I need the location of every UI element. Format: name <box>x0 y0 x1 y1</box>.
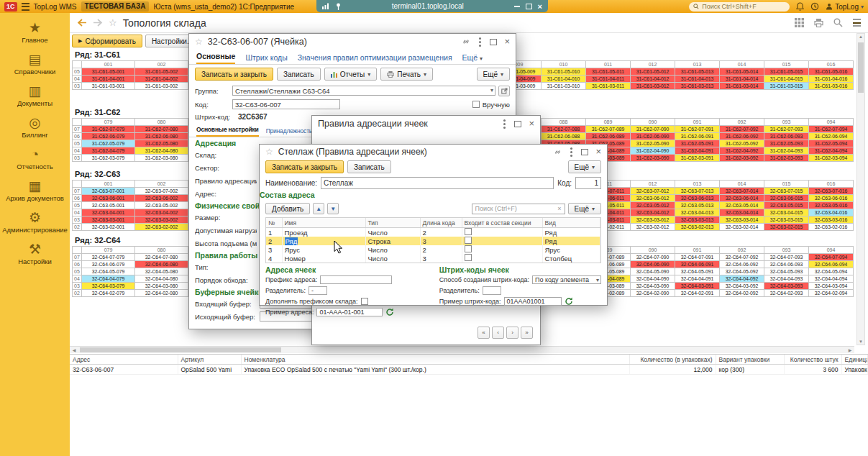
move-down-icon[interactable]: ▼ <box>327 203 339 214</box>
topology-cell[interactable]: 31-С61-03-014 <box>720 83 764 90</box>
rule-cell-type[interactable]: Число <box>365 228 420 237</box>
topology-cell[interactable]: 31-С62-04-079 <box>82 147 135 155</box>
sidebar-item-administration[interactable]: ⚙Администрирование <box>0 210 70 234</box>
scroll-thumb[interactable] <box>80 347 281 352</box>
save-close-button[interactable]: Записать и закрыть <box>265 160 344 173</box>
topology-cell[interactable]: 31-С62-03-090 <box>631 155 675 162</box>
topology-cell[interactable]: 32-С63-03-013 <box>675 216 720 224</box>
topology-cell[interactable]: 31-С62-03-079 <box>82 155 135 162</box>
topology-cell[interactable]: 32-С64-02-079 <box>82 290 135 297</box>
topology-cell[interactable]: 32-С64-04-094 <box>809 275 854 283</box>
rule-row[interactable]: 1ПроездЧисло2Ряд <box>266 228 600 237</box>
topology-cell[interactable]: 32-С64-02-094 <box>809 290 854 297</box>
topology-cell[interactable]: 32-С64-03-090 <box>631 283 675 290</box>
rule-cell-length[interactable]: 2 <box>420 245 462 254</box>
minimize-icon[interactable] <box>514 6 520 7</box>
rule-row[interactable]: 2РядСтрока3Ряд <box>266 237 600 245</box>
topology-cell[interactable]: 31-С62-05-094 <box>809 140 854 147</box>
refresh-icon[interactable] <box>385 308 394 316</box>
rule-cell-kind[interactable]: Ярус <box>542 245 600 254</box>
topology-cell[interactable]: 31-С62-04-080 <box>135 147 188 155</box>
topology-cell[interactable]: 31-С61-05-001 <box>82 68 135 76</box>
topology-cell[interactable]: 32-С63-04-014 <box>720 209 764 216</box>
topology-cell[interactable]: 32-С64-05-090 <box>631 268 675 275</box>
topology-cell[interactable]: 32-С63-05-016 <box>809 202 854 209</box>
rule-cell-length[interactable]: 3 <box>420 237 462 245</box>
name-input[interactable]: Стеллаж <box>321 177 554 189</box>
topology-cell[interactable]: 31-С62-05-091 <box>675 140 720 147</box>
print-icon[interactable] <box>814 19 823 27</box>
search-icon[interactable] <box>833 18 843 27</box>
rule-row[interactable]: 4НомерЧисло3Столбец <box>266 254 600 263</box>
barcode-method-select[interactable]: По коду элемента <box>532 275 601 284</box>
bottom-col-header[interactable]: Адрес <box>70 355 178 365</box>
open-icon[interactable] <box>498 86 510 96</box>
rule-cell-name[interactable]: Ярус <box>282 245 365 254</box>
tab-more[interactable]: Ещё ▾ <box>462 53 483 64</box>
topology-cell[interactable]: 32-С64-06-091 <box>675 261 720 268</box>
topology-cell[interactable]: 32-С63-06-013 <box>675 195 720 202</box>
topology-cell[interactable]: 32-С63-02-015 <box>764 224 809 231</box>
more-icon[interactable] <box>479 41 481 43</box>
favorite-star-icon[interactable]: ☆ <box>265 147 273 157</box>
more-button[interactable]: Ещё▾ <box>568 203 601 214</box>
rule-cell-length[interactable]: 3 <box>420 254 462 263</box>
separator-input[interactable] <box>483 286 501 295</box>
clear-icon[interactable]: × <box>557 205 561 212</box>
grid-icon[interactable] <box>795 18 804 27</box>
topology-cell[interactable]: 32-С63-02-002 <box>135 224 188 231</box>
topology-cell[interactable]: 32-С63-05-001 <box>82 202 135 209</box>
topology-cell[interactable]: 31-С62-06-089 <box>586 133 631 140</box>
vertical-scrollbar[interactable]: ▲ ▼ <box>856 33 865 345</box>
topology-cell[interactable]: 32-С63-06-015 <box>764 195 809 202</box>
bottom-col-header[interactable]: Артикул <box>178 355 241 365</box>
topology-cell[interactable]: 32-С63-05-015 <box>764 202 809 209</box>
topology-cell[interactable]: 31-С62-07-091 <box>675 126 720 133</box>
rule-cell-type[interactable]: Строка <box>365 237 420 245</box>
topology-cell[interactable]: 32-С64-04-093 <box>764 275 809 283</box>
more-button[interactable]: Ещё▾ <box>568 160 601 173</box>
topology-cell[interactable]: 31-С61-03-002 <box>135 83 188 90</box>
maximize-icon[interactable] <box>581 149 588 155</box>
topology-cell[interactable]: 32-С64-07-090 <box>631 254 675 261</box>
tab-main[interactable]: Основные <box>196 52 235 64</box>
barcode-example-input[interactable]: 01AAA01001 <box>504 297 562 306</box>
topology-cell[interactable]: 32-С64-07-091 <box>675 254 720 261</box>
topology-cell[interactable]: 32-С64-05-094 <box>809 268 854 275</box>
topology-cell[interactable]: 31-С62-07-092 <box>720 126 764 133</box>
topology-cell[interactable]: 32-С63-04-013 <box>675 209 720 216</box>
topology-cell[interactable]: 31-С62-06-079 <box>82 133 135 140</box>
topology-cell[interactable]: 31-С61-03-001 <box>82 83 135 90</box>
sidebar-item-references[interactable]: ▤Справочники <box>0 52 70 76</box>
topology-cell[interactable]: 32-С64-03-080 <box>135 283 188 290</box>
topology-cell[interactable]: 32-С63-02-012 <box>631 224 675 231</box>
add-button[interactable]: Добавить <box>265 203 310 214</box>
topology-cell[interactable]: 31-С61-04-016 <box>809 76 854 83</box>
topology-cell[interactable]: 32-С64-06-094 <box>809 261 854 268</box>
rule-cell-name[interactable]: Ряд <box>282 237 365 245</box>
topology-cell[interactable]: 31-С61-04-013 <box>675 76 720 83</box>
topology-cell[interactable]: 31-С61-05-010 <box>542 68 586 76</box>
forward-icon[interactable] <box>93 19 103 27</box>
topology-cell[interactable]: 32-С64-06-079 <box>82 261 135 268</box>
topology-cell[interactable]: 32-С63-02-001 <box>82 224 135 231</box>
topology-cell[interactable]: 32-С63-04-002 <box>135 209 188 216</box>
topology-cell[interactable]: 31-С62-04-092 <box>720 147 764 155</box>
section-checkbox[interactable] <box>465 245 472 252</box>
more-icon[interactable] <box>503 123 506 125</box>
table-row[interactable]: 32-С63-06-007OpSalad 500 YamiУпаковка EC… <box>70 365 868 375</box>
topology-cell[interactable]: 32-С64-07-092 <box>720 254 764 261</box>
topology-cell[interactable]: 31-С61-05-011 <box>586 68 631 76</box>
topology-cell[interactable]: 32-С64-06-093 <box>764 261 809 268</box>
print-button[interactable]: Печать▾ <box>380 68 433 81</box>
topology-cell[interactable]: 31-С62-04-093 <box>764 147 809 155</box>
topology-cell[interactable]: 31-С62-06-088 <box>542 133 586 140</box>
topology-cell[interactable]: 31-С61-05-012 <box>631 68 675 76</box>
topology-cell[interactable]: 32-С64-06-080 <box>135 261 188 268</box>
topology-cell[interactable]: 31-С61-05-002 <box>135 68 188 76</box>
global-search-input[interactable]: Поиск Ctrl+Shift+F <box>689 2 790 12</box>
topology-cell[interactable]: 31-С62-06-080 <box>135 133 188 140</box>
topology-cell[interactable]: 32-С64-06-092 <box>720 261 764 268</box>
topology-cell[interactable]: 32-С64-06-090 <box>631 261 675 268</box>
topology-cell[interactable]: 31-С62-05-080 <box>135 140 188 147</box>
